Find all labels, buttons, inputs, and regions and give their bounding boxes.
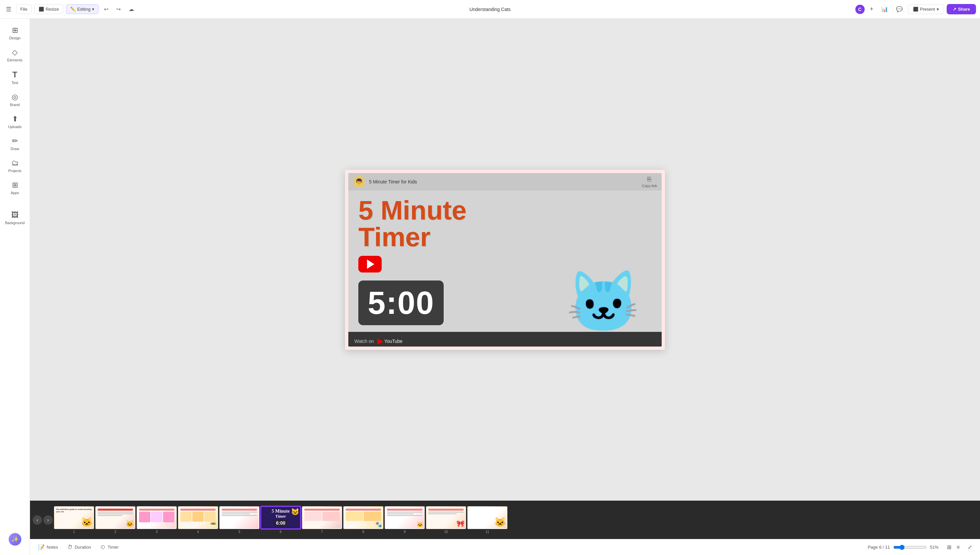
uploads-icon: ⬆ xyxy=(12,115,18,124)
thumbnail-number-3: 3 xyxy=(137,530,177,534)
sidebar-item-draw[interactable]: ✏ Draw xyxy=(2,133,28,154)
page-info: Page 6 / 11 51% ⊞ ≡ ⤢ xyxy=(868,543,975,552)
youtube-timer-box: 5:00 xyxy=(358,281,444,325)
thumbnail-image-2: 🐱 xyxy=(95,506,135,529)
duration-button[interactable]: ⏱ Duration xyxy=(65,543,94,552)
thumbnail-image-4: 🥗 xyxy=(178,506,218,529)
share-button[interactable]: ↗ Share xyxy=(946,4,976,14)
document-title: Understanding Cats xyxy=(469,7,511,12)
thumbnail-number-11: 11 xyxy=(467,530,507,534)
scroll-left-button[interactable]: ‹ xyxy=(33,515,42,525)
canvas-wrapper[interactable]: 👦 5 Minute Timer for Kids ⎘ Copy link 5 … xyxy=(30,19,980,500)
thumbnail-image-8: 🐾 xyxy=(343,506,383,529)
thumbnail-image-9: 🐱 xyxy=(385,506,425,529)
thumbnail-image-10: 🎀 xyxy=(426,506,466,529)
present-button[interactable]: ⬛ Present ▾ xyxy=(908,4,944,14)
background-icon: 🖼 xyxy=(11,211,19,220)
cat-icon-thumb-11: 🐱 xyxy=(494,517,506,528)
sidebar-item-text[interactable]: T Text xyxy=(2,67,28,88)
elements-icon: ◇ xyxy=(12,48,18,57)
sidebar-item-label: Brand xyxy=(10,103,20,107)
sidebar-item-label: Apps xyxy=(11,191,19,195)
thumbnail-number-4: 4 xyxy=(178,530,218,534)
thumbnail-11[interactable]: 🐱 11 xyxy=(467,506,507,534)
topbar-right: C + 📊 💬 ⬛ Present ▾ ↗ Share xyxy=(654,4,976,14)
comment-button[interactable]: 💬 xyxy=(893,4,905,14)
text-icon: T xyxy=(12,70,18,79)
youtube-bottom-bar: Watch on ▶ YouTube xyxy=(349,332,662,346)
youtube-title: 5 Minute Timer for Kids xyxy=(369,179,417,184)
grid-view-button[interactable]: ⊞ xyxy=(945,543,953,552)
file-button[interactable]: File xyxy=(16,4,32,14)
dropdown-icon: ▾ xyxy=(92,7,94,12)
thumbnail-image-11: 🐱 xyxy=(467,506,507,529)
duration-icon: ⏱ xyxy=(67,544,73,550)
canva-logo[interactable]: C xyxy=(855,5,865,14)
thumbnail-6[interactable]: 5 Minute Timer 6:00 😺 6 xyxy=(261,506,301,534)
projects-icon: 🗂 xyxy=(11,159,19,167)
sidebar-item-label: Text xyxy=(11,81,18,85)
cloud-save-button[interactable]: ☁ xyxy=(126,4,137,14)
sidebar-item-label: Elements xyxy=(7,58,23,62)
fullscreen-button[interactable]: ⤢ xyxy=(965,543,975,552)
youtube-topbar: 👦 5 Minute Timer for Kids ⎘ Copy link xyxy=(349,173,662,191)
thumbnail-4[interactable]: 🥗 4 xyxy=(178,506,218,534)
thumbnail-8[interactable]: 🐾 8 xyxy=(343,506,383,534)
magic-button[interactable]: ✨ xyxy=(9,533,21,546)
redo-button[interactable]: ↪ xyxy=(114,4,123,14)
thumbnail-7[interactable]: 7 xyxy=(302,506,342,534)
copy-icon: ⎘ xyxy=(647,175,651,183)
thumbnail-10[interactable]: 🎀 10 xyxy=(426,506,466,534)
thumbnail-5[interactable]: 5 xyxy=(219,506,259,534)
thumbnail-number-1: 1 xyxy=(54,530,94,534)
youtube-timer-display: 5:00 xyxy=(368,284,434,321)
thumbnail-image-7 xyxy=(302,506,342,529)
thumbnail-2[interactable]: 🐱 2 xyxy=(95,506,135,534)
youtube-logo-icon: ▶ xyxy=(377,337,383,345)
copy-link-button[interactable]: ⎘ Copy link xyxy=(642,175,657,188)
design-icon: ⊞ xyxy=(12,26,18,35)
thumbnail-image-3 xyxy=(137,506,177,529)
notes-button[interactable]: 📝 Notes xyxy=(35,542,61,552)
list-view-button[interactable]: ≡ xyxy=(954,543,962,552)
youtube-embed: 👦 5 Minute Timer for Kids ⎘ Copy link 5 … xyxy=(349,173,662,346)
sidebar-item-label: Background xyxy=(5,221,25,225)
thumbnail-1[interactable]: The definitive guide to understanding yo… xyxy=(54,506,94,534)
sidebar-item-projects[interactable]: 🗂 Projects xyxy=(2,156,28,176)
left-sidebar: ⊞ Design ◇ Elements T Text ◎ Brand ⬆ Upl… xyxy=(0,19,30,555)
youtube-big-text-line1: 5 Minute xyxy=(358,197,466,224)
sidebar-item-brand[interactable]: ◎ Brand xyxy=(2,89,28,110)
zoom-value: 51% xyxy=(930,545,942,550)
copy-link-label: Copy link xyxy=(642,184,657,188)
brand-icon: ◎ xyxy=(12,93,18,101)
draw-icon: ✏ xyxy=(12,137,18,146)
thumbnail-number-10: 10 xyxy=(426,530,466,534)
menu-button[interactable]: ☰ xyxy=(4,4,13,15)
slide-canvas: 👦 5 Minute Timer for Kids ⎘ Copy link 5 … xyxy=(345,170,665,350)
editing-button[interactable]: ✏️ Editing ▾ xyxy=(66,4,99,14)
sidebar-item-label: Uploads xyxy=(8,125,21,129)
apps-icon: ⊞ xyxy=(12,181,18,189)
pencil-icon: ✏️ xyxy=(70,7,76,12)
sidebar-item-background[interactable]: 🖼 Background xyxy=(2,207,28,228)
sidebar-item-elements[interactable]: ◇ Elements xyxy=(2,45,28,66)
add-button[interactable]: + xyxy=(867,4,876,14)
thumbnail-9[interactable]: 🐱 9 xyxy=(385,506,425,534)
thumbnail-image-6: 5 Minute Timer 6:00 😺 xyxy=(261,506,301,529)
resize-button[interactable]: ⬛ Resize xyxy=(34,4,63,14)
undo-button[interactable]: ↩ xyxy=(101,4,111,14)
topbar-left: ☰ File ⬛ Resize ✏️ Editing ▾ ↩ ↪ ☁ xyxy=(4,4,326,15)
thumbnail-number-7: 7 xyxy=(302,530,342,534)
timer-button[interactable]: ⏲ Timer xyxy=(98,543,122,552)
youtube-play-button[interactable] xyxy=(358,256,382,273)
sidebar-item-uploads[interactable]: ⬆ Uploads xyxy=(2,111,28,132)
sidebar-item-apps[interactable]: ⊞ Apps xyxy=(2,178,28,198)
thumbnail-number-5: 5 xyxy=(219,530,259,534)
sidebar-item-design[interactable]: ⊞ Design xyxy=(2,23,28,43)
thumbnail-3[interactable]: 3 xyxy=(137,506,177,534)
scroll-right-button[interactable]: › xyxy=(43,515,53,525)
chart-button[interactable]: 📊 xyxy=(879,4,890,14)
thumbnail-image-5 xyxy=(219,506,259,529)
sidebar-item-label: Draw xyxy=(11,147,19,151)
zoom-slider[interactable] xyxy=(893,545,927,550)
